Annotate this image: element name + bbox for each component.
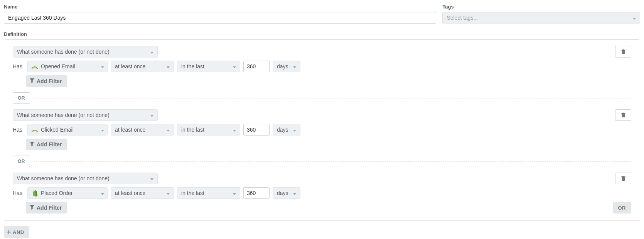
funnel-icon xyxy=(30,141,34,147)
name-label: Name xyxy=(4,4,436,10)
klaviyo-icon xyxy=(31,63,39,70)
condition-block: What someone has done (or not done) Has … xyxy=(13,46,631,87)
chevron-down-icon xyxy=(293,63,296,69)
chevron-down-icon xyxy=(150,175,153,181)
chevron-down-icon xyxy=(233,190,236,196)
unit-select[interactable]: days xyxy=(273,187,300,199)
chevron-down-icon xyxy=(150,112,153,118)
event-select[interactable]: Opened Email xyxy=(27,61,108,72)
timeframe-select[interactable]: in the last xyxy=(177,124,240,136)
value-input[interactable] xyxy=(243,61,270,72)
event-select[interactable]: Placed Order xyxy=(27,187,108,199)
chevron-down-icon xyxy=(167,190,170,196)
condition-type-select[interactable]: What someone has done (or not done) xyxy=(13,46,158,58)
trash-icon xyxy=(621,49,626,55)
name-input[interactable] xyxy=(4,12,436,24)
delete-condition-button[interactable] xyxy=(615,109,631,121)
trash-icon xyxy=(621,112,626,119)
frequency-select[interactable]: at least once xyxy=(111,61,174,72)
has-label: Has xyxy=(13,190,24,196)
chevron-down-icon xyxy=(101,127,104,133)
definition-box: What someone has done (or not done) Has … xyxy=(4,39,640,221)
add-filter-button[interactable]: Add Filter xyxy=(26,139,67,150)
condition-block: What someone has done (or not done) Has … xyxy=(13,109,631,150)
has-label: Has xyxy=(13,127,24,133)
condition-type-select[interactable]: What someone has done (or not done) xyxy=(13,109,158,121)
delete-condition-button[interactable] xyxy=(615,173,631,184)
or-chip: OR xyxy=(13,92,30,104)
add-filter-button[interactable]: Add Filter xyxy=(26,75,67,87)
chevron-down-icon xyxy=(233,127,236,133)
funnel-icon xyxy=(30,78,34,84)
chevron-down-icon xyxy=(293,190,296,196)
shopify-icon xyxy=(31,189,39,197)
value-input[interactable] xyxy=(243,124,270,136)
add-filter-button[interactable]: Add Filter xyxy=(26,202,67,214)
timeframe-select[interactable]: in the last xyxy=(177,187,240,199)
chevron-down-icon xyxy=(101,190,104,196)
chevron-down-icon xyxy=(633,15,636,21)
delete-condition-button[interactable] xyxy=(615,46,631,58)
or-separator: OR xyxy=(13,156,631,167)
event-select[interactable]: Clicked Email xyxy=(27,124,108,136)
value-input[interactable] xyxy=(243,187,270,199)
unit-select[interactable]: days xyxy=(273,124,300,136)
frequency-select[interactable]: at least once xyxy=(111,124,174,136)
tags-placeholder: Select tags... xyxy=(447,15,478,21)
chevron-down-icon xyxy=(233,63,236,69)
klaviyo-icon xyxy=(31,126,39,134)
plus-icon xyxy=(7,229,11,235)
add-or-button[interactable]: OR xyxy=(613,202,632,214)
tags-label: Tags xyxy=(442,4,640,10)
tags-select[interactable]: Select tags... xyxy=(442,12,640,24)
funnel-icon xyxy=(30,205,34,211)
condition-block: What someone has done (or not done) Has … xyxy=(13,173,631,214)
add-and-button[interactable]: AND xyxy=(4,226,29,238)
chevron-down-icon xyxy=(167,127,170,133)
frequency-select[interactable]: at least once xyxy=(111,187,174,199)
chevron-down-icon xyxy=(293,127,296,133)
trash-icon xyxy=(621,175,626,182)
or-chip: OR xyxy=(13,156,30,167)
or-separator: OR xyxy=(13,92,631,104)
chevron-down-icon xyxy=(101,63,104,69)
condition-type-select[interactable]: What someone has done (or not done) xyxy=(13,173,158,184)
has-label: Has xyxy=(13,63,24,69)
chevron-down-icon xyxy=(167,63,170,69)
chevron-down-icon xyxy=(150,49,153,55)
timeframe-select[interactable]: in the last xyxy=(177,61,240,72)
unit-select[interactable]: days xyxy=(273,61,300,72)
definition-label: Definition xyxy=(4,31,640,37)
